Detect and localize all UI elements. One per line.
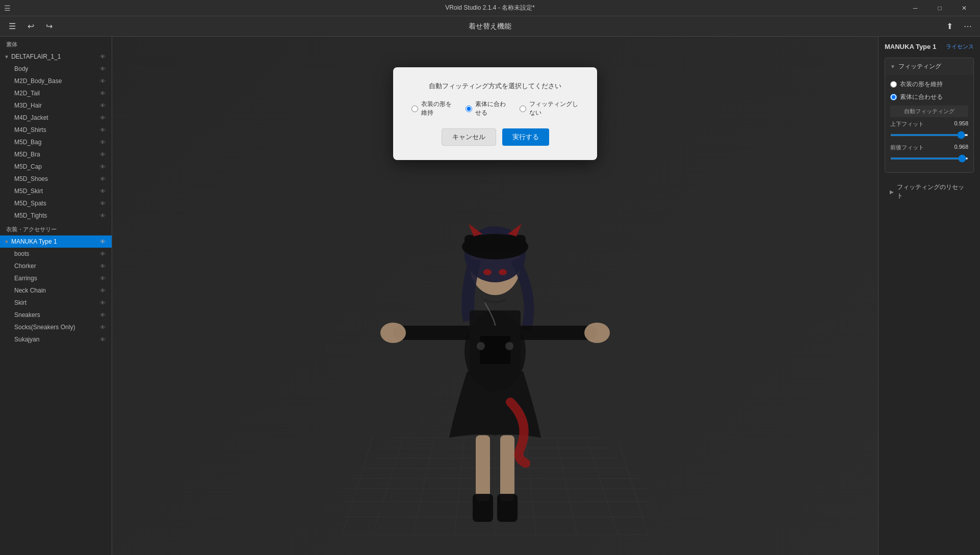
viewport[interactable]: 自動フィッティング方式を選択してください 衣装の形を維持 素体に合わせる フィッ…	[112, 37, 878, 555]
m4d-shirts-visibility-icon: 👁	[100, 127, 106, 133]
sidebar-item-m5d-bra[interactable]: M5D_Bra 👁	[0, 148, 112, 161]
fitting-modal: 自動フィッティング方式を選択してください 衣装の形を維持 素体に合わせる フィッ…	[393, 67, 597, 160]
sidebar-item-socks[interactable]: Socks(Sneakers Only) 👁	[0, 321, 112, 333]
m2d-tail-visibility-icon: 👁	[100, 90, 106, 96]
sidebar-item-earrings[interactable]: Earrings 👁	[0, 272, 112, 284]
vertical-fit-slider-row: 上下フィット 0.958	[890, 120, 968, 138]
body-group-header[interactable]: ▼ DELTAFLAIR_1_1 👁	[0, 50, 112, 63]
depth-fit-value: 0.968	[954, 144, 968, 151]
manuka-group-header[interactable]: ▼ MANUKA Type 1 👁	[0, 235, 112, 248]
minimize-button[interactable]: ─	[904, 0, 927, 16]
manuka-sub-items-list: boots 👁 Chorker 👁 Earrings 👁 Neck Chain …	[0, 248, 112, 346]
upload-button[interactable]: ⬆	[941, 18, 958, 35]
undo-button[interactable]: ↩	[22, 18, 39, 35]
depth-fit-slider[interactable]	[890, 157, 968, 160]
window-controls: ─ □ ✕	[904, 0, 976, 16]
body-group-chevron: ▼	[4, 54, 9, 60]
fitting-section-body: 衣装の形を維持 素体に合わせる 自動フィッティング 上下フィット 0.958	[885, 75, 973, 172]
sidebar-item-m5d-tights[interactable]: M5D_Tights 👁	[0, 209, 112, 222]
sidebar-item-body[interactable]: Body 👁	[0, 63, 112, 75]
sneakers-visibility-icon: 👁	[100, 312, 106, 318]
sidebar-item-boots[interactable]: boots 👁	[0, 248, 112, 260]
modal-option-2[interactable]: 素体に合わせる	[466, 100, 509, 117]
m2d-body-base-visibility-icon: 👁	[100, 78, 106, 84]
sidebar-item-sneakers[interactable]: Sneakers 👁	[0, 309, 112, 321]
sidebar-item-m5d-spats[interactable]: M5D_Spats 👁	[0, 197, 112, 209]
sidebar-item-sukajyan[interactable]: Sukajyan 👁	[0, 333, 112, 346]
body-group-visibility-icon: 👁	[100, 54, 106, 60]
fitting-option-1-label: 衣装の形を維持	[900, 80, 943, 89]
main-area: 素体 ▼ DELTAFLAIR_1_1 👁 Body 👁 M2D_Body_Ba…	[0, 37, 980, 555]
depth-fit-slider-row: 前後フィット 0.968	[890, 144, 968, 161]
sidebar-item-m3d-hair[interactable]: M3D_Hair 👁	[0, 99, 112, 112]
sidebar-item-m5d-shoes[interactable]: M5D_Shoes 👁	[0, 173, 112, 185]
sidebar-item-m5d-skirt[interactable]: M5D_Skirt 👁	[0, 185, 112, 197]
sidebar-item-m5d-bag[interactable]: M5D_Bag 👁	[0, 136, 112, 148]
chorker-visibility-icon: 👁	[100, 263, 106, 269]
m5d-cap-visibility-icon: 👁	[100, 164, 106, 170]
sidebar-item-m2d-tail[interactable]: M2D_Tail 👁	[0, 87, 112, 99]
socks-visibility-icon: 👁	[100, 324, 106, 330]
redo-button[interactable]: ↪	[41, 18, 57, 35]
manuka-group-label: MANUKA Type 1	[11, 238, 98, 245]
fitting-radio-maintain[interactable]: 衣装の形を維持	[890, 80, 968, 89]
m4d-jacket-visibility-icon: 👁	[100, 115, 106, 121]
toolbar-title: 着せ替え機能	[469, 22, 511, 31]
modal-option-3-label: フィッティングしない	[529, 100, 579, 117]
m5d-tights-visibility-icon: 👁	[100, 213, 106, 219]
menu-button[interactable]: ☰	[4, 18, 20, 35]
sidebar-item-chorker[interactable]: Chorker 👁	[0, 260, 112, 272]
fitting-section-header[interactable]: ▼ フィッティング	[885, 58, 973, 75]
close-button[interactable]: ✕	[952, 0, 976, 16]
manuka-group-chevron: ▼	[4, 239, 9, 245]
fitting-reset-row[interactable]: ▶ フィッティングのリセット	[885, 179, 974, 204]
vertical-fit-label: 上下フィット	[890, 120, 924, 128]
sukajyan-visibility-icon: 👁	[100, 336, 106, 342]
vertical-fit-value: 0.958	[954, 120, 968, 128]
cancel-button[interactable]: キャンセル	[442, 128, 496, 146]
modal-overlay: 自動フィッティング方式を選択してください 衣装の形を維持 素体に合わせる フィッ…	[112, 37, 878, 555]
sidebar-item-m2d-body-base[interactable]: M2D_Body_Base 👁	[0, 75, 112, 87]
sidebar-item-m4d-jacket[interactable]: M4D_Jacket 👁	[0, 112, 112, 124]
m5d-skirt-visibility-icon: 👁	[100, 188, 106, 194]
auto-fitting-label: 自動フィッティング	[890, 105, 968, 117]
skirt-visibility-icon: 👁	[100, 300, 106, 306]
sidebar: 素体 ▼ DELTAFLAIR_1_1 👁 Body 👁 M2D_Body_Ba…	[0, 37, 112, 555]
sidebar-item-m5d-cap[interactable]: M5D_Cap 👁	[0, 161, 112, 173]
manuka-group-visibility-icon: 👁	[100, 239, 106, 245]
earrings-visibility-icon: 👁	[100, 275, 106, 281]
execute-button[interactable]: 実行する	[502, 128, 549, 146]
modal-options: 衣装の形を維持 素体に合わせる フィッティングしない	[411, 100, 579, 117]
clothing-section-label: 衣装・アクセサリー	[0, 222, 112, 235]
modal-radio-2[interactable]	[466, 105, 472, 112]
sidebar-item-m4d-shirts[interactable]: M4D_Shirts 👁	[0, 124, 112, 136]
fitting-section-label: フィッティング	[898, 62, 941, 71]
more-button[interactable]: ⋯	[960, 18, 976, 35]
right-panel: MANUKA Type 1 ライセンス ▼ フィッティング 衣装の形を維持 素体…	[878, 37, 980, 555]
sidebar-item-skirt[interactable]: Skirt 👁	[0, 297, 112, 309]
depth-fit-label: 前後フィット	[890, 144, 924, 151]
fitting-reset-label: フィッティングのリセット	[897, 183, 969, 200]
modal-title: 自動フィッティング方式を選択してください	[411, 82, 579, 91]
modal-option-3[interactable]: フィッティングしない	[520, 100, 579, 117]
maximize-button[interactable]: □	[928, 0, 951, 16]
m5d-shoes-visibility-icon: 👁	[100, 176, 106, 182]
fitting-radio-body[interactable]: 素体に合わせる	[890, 93, 968, 101]
m5d-bra-visibility-icon: 👁	[100, 151, 106, 157]
vertical-fit-slider[interactable]	[890, 134, 968, 136]
modal-option-1[interactable]: 衣装の形を維持	[411, 100, 455, 117]
modal-radio-1[interactable]	[411, 105, 418, 112]
fitting-radio-maintain-input[interactable]	[890, 81, 897, 88]
modal-option-2-label: 素体に合わせる	[475, 100, 509, 117]
m5d-spats-visibility-icon: 👁	[100, 200, 106, 206]
body-visibility-icon: 👁	[100, 66, 106, 72]
sidebar-item-neck-chain[interactable]: Neck Chain 👁	[0, 284, 112, 297]
fitting-radio-body-input[interactable]	[890, 94, 897, 100]
m3d-hair-visibility-icon: 👁	[100, 102, 106, 109]
license-link[interactable]: ライセンス	[946, 43, 974, 50]
modal-radio-3[interactable]	[520, 105, 526, 112]
body-section-label: 素体	[0, 37, 112, 50]
modal-buttons: キャンセル 実行する	[411, 128, 579, 146]
fitting-option-2-label: 素体に合わせる	[900, 93, 943, 101]
toolbar: ☰ ↩ ↪ 着せ替え機能 ⬆ ⋯	[0, 16, 980, 37]
